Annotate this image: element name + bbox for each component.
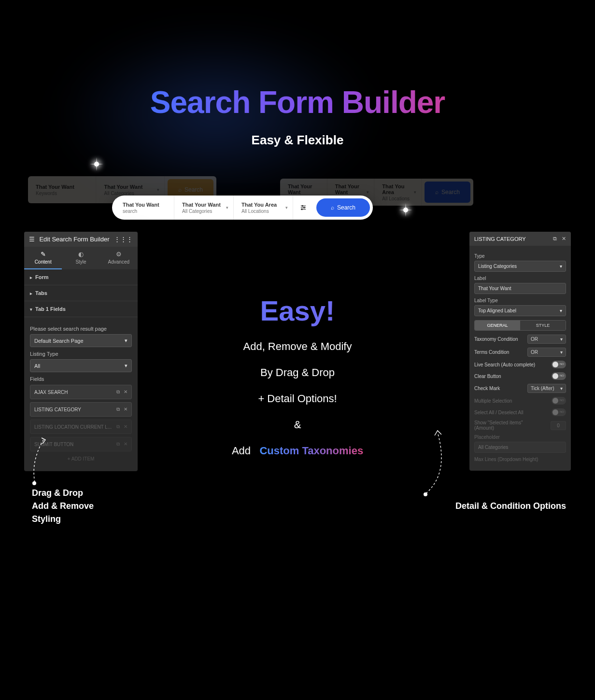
taxonomy-condition-label: Taxonomy Condition [474, 336, 518, 342]
menu-icon[interactable]: ☰ [29, 236, 35, 243]
chevron-down-icon: ▾ [226, 205, 228, 210]
hero-subtitle: Easy & Flexible [0, 133, 595, 148]
hero-title: Search Form Builder [0, 84, 595, 120]
max-lines-label: Max Lines (Dropdown Height) [474, 457, 566, 462]
field-value: All Categories [104, 191, 156, 196]
close-icon[interactable]: ✕ [562, 236, 566, 242]
placeholder-input[interactable]: All Categories [474, 442, 566, 453]
chevron-down-icon: ▾ [367, 190, 369, 195]
caption-line: Drag & Drop [32, 487, 94, 500]
segment-control: GENERAL STYLE [474, 320, 566, 331]
search-icon: ⌕ [178, 186, 182, 193]
tab-content[interactable]: ✎ Content [24, 247, 62, 269]
gear-icon: ⚙ [100, 251, 138, 258]
location-select[interactable]: All Locations [241, 209, 285, 214]
select-all-label: Select All / Deselect All [474, 410, 524, 415]
multiple-selection-toggle[interactable]: NO [552, 397, 566, 405]
duplicate-icon[interactable]: ⧉ [553, 236, 557, 242]
options-panel-title: LISTING CATEGORY [474, 236, 526, 242]
clear-button-label: Clear Button [474, 374, 501, 379]
accordion-form[interactable]: Form [24, 269, 138, 285]
field-label: That You Area [241, 202, 285, 208]
search-button[interactable]: ⌕ Search [316, 198, 370, 217]
caption-right: Detail & Condition Options [455, 501, 566, 511]
tab-label: Content [35, 259, 52, 265]
panel-title: Edit Search Form Builder [39, 236, 109, 243]
caption-line: Add & Remove [32, 500, 94, 513]
tab-style[interactable]: ◐ Style [62, 247, 99, 269]
select-all-toggle[interactable]: NO [552, 408, 566, 416]
sparkle-icon [87, 154, 106, 174]
filter-icon[interactable] [293, 196, 313, 220]
search-button-label: Search [337, 204, 355, 211]
search-bar-main: That You Want search That Your Want All … [112, 196, 373, 220]
field-value: Keywords [36, 191, 88, 196]
select-value: Listing Categories [478, 264, 517, 269]
search-button-label: Search [184, 186, 203, 193]
contrast-icon: ◐ [62, 251, 99, 258]
live-search-toggle[interactable]: NO [552, 361, 566, 368]
field-label: That Your Want [182, 202, 226, 208]
copy-add-gradient: Custom Taxonomies [259, 445, 363, 457]
pencil-icon: ✎ [24, 251, 62, 258]
placeholder-label: Placeholder [474, 434, 566, 440]
svg-point-3 [304, 207, 305, 208]
chevron-down-icon: ▾ [560, 308, 562, 313]
show-selected-input[interactable]: 0 [551, 421, 566, 430]
show-selected-label: Show "Selected items" (Amount) [474, 420, 532, 431]
grid-icon[interactable]: ⋮⋮⋮ [114, 236, 133, 243]
field-label: That Your Want [335, 183, 367, 195]
field-label: That Your Want [288, 183, 319, 195]
field-label: That You Want [123, 202, 166, 208]
chevron-down-icon: ▾ [560, 386, 563, 391]
type-label: Type [474, 253, 566, 259]
tab-advanced[interactable]: ⚙ Advanced [100, 247, 138, 269]
segment-style[interactable]: STYLE [520, 321, 566, 330]
type-select[interactable]: Listing Categories ▾ [474, 261, 566, 272]
svg-point-1 [302, 205, 303, 206]
keyword-input[interactable]: search [123, 209, 166, 214]
select-value: Top Aligned Label [478, 308, 516, 313]
search-button-label: Search [441, 189, 460, 196]
chevron-down-icon: ▾ [560, 264, 562, 269]
chevron-down-icon: ▾ [560, 350, 563, 355]
label-input[interactable]: That Your Want [474, 283, 566, 294]
options-panel: LISTING CATEGORY ⧉ ✕ Type Listing Catego… [469, 232, 571, 471]
field-label: That Your Want [36, 184, 88, 190]
tab-label: Style [75, 259, 86, 265]
field-value: All Locations [382, 196, 413, 201]
taxonomy-condition-select[interactable]: OR ▾ [527, 335, 566, 344]
label-type-label: Label Type [474, 298, 566, 303]
chevron-down-icon: ▾ [285, 205, 288, 210]
select-value: OR [531, 336, 538, 342]
check-mark-select[interactable]: Tick (After) ▾ [527, 384, 566, 393]
category-select[interactable]: All Categories [182, 209, 226, 214]
input-value: All Categories [478, 445, 508, 450]
search-button[interactable]: ⌕ Search [425, 182, 470, 203]
field-label: That You Area [382, 183, 413, 195]
panel-tabs: ✎ Content ◐ Style ⚙ Advanced [24, 247, 138, 269]
svg-point-5 [301, 209, 302, 210]
chevron-down-icon: ▾ [560, 336, 563, 342]
chevron-down-icon: ▾ [414, 190, 416, 195]
terms-condition-label: Terms Condition [474, 350, 509, 355]
search-icon: ⌕ [331, 204, 334, 211]
tab-label: Advanced [108, 259, 129, 265]
clear-button-toggle[interactable]: NO [552, 372, 566, 380]
copy-add-prefix: Add [232, 445, 251, 457]
arrow-dot [424, 492, 427, 496]
multiple-selection-label: Multiple Selection [474, 398, 512, 404]
caption-left: Drag & Drop Add & Remove Styling [32, 487, 94, 526]
terms-condition-select[interactable]: OR ▾ [527, 348, 566, 357]
chevron-down-icon: ▾ [157, 187, 159, 192]
input-value: That Your Want [478, 286, 511, 291]
label-label: Label [474, 276, 566, 281]
live-search-label: Live Search (Auto complete) [474, 362, 535, 367]
arrow-dot [32, 481, 36, 485]
search-icon: ⌕ [435, 189, 439, 196]
segment-general[interactable]: GENERAL [475, 321, 520, 330]
field-label: That Your Want [104, 184, 156, 190]
select-value: OR [531, 350, 538, 355]
caption-line: Styling [32, 513, 94, 526]
label-type-select[interactable]: Top Aligned Label ▾ [474, 305, 566, 316]
